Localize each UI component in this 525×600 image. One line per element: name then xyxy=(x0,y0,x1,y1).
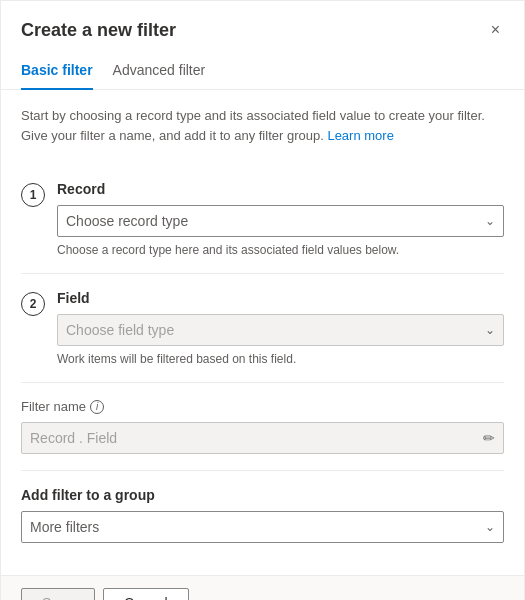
record-type-select[interactable]: Choose record type ⌄ xyxy=(57,205,504,237)
filter-name-section: Filter name i Record . Field ✏ xyxy=(21,383,504,471)
filter-group-select[interactable]: More filters ⌄ xyxy=(21,511,504,543)
add-filter-label: Add filter to a group xyxy=(21,487,504,503)
chevron-down-icon-group: ⌄ xyxy=(485,520,495,534)
tab-advanced[interactable]: Advanced filter xyxy=(113,52,206,90)
edit-icon[interactable]: ✏ xyxy=(483,430,495,446)
field-section: 2 Field Choose field type ⌄ Work items w… xyxy=(21,274,504,383)
learn-more-link[interactable]: Learn more xyxy=(327,128,393,143)
record-section: 1 Record Choose record type ⌄ Choose a r… xyxy=(21,165,504,274)
tabs-container: Basic filter Advanced filter xyxy=(1,51,524,90)
dialog-title: Create a new filter xyxy=(21,20,176,41)
dialog-header: Create a new filter × xyxy=(1,1,524,51)
create-filter-dialog: Create a new filter × Basic filter Advan… xyxy=(0,0,525,600)
filter-name-label: Filter name i xyxy=(21,399,504,414)
chevron-down-icon: ⌄ xyxy=(485,214,495,228)
record-type-placeholder: Choose record type xyxy=(66,213,188,229)
description-text: Start by choosing a record type and its … xyxy=(21,106,504,145)
field-label: Field xyxy=(57,290,504,306)
chevron-down-icon-field: ⌄ xyxy=(485,323,495,337)
record-section-content: Record Choose record type ⌄ Choose a rec… xyxy=(57,181,504,257)
tab-basic[interactable]: Basic filter xyxy=(21,52,93,90)
field-section-content: Field Choose field type ⌄ Work items wil… xyxy=(57,290,504,366)
record-hint: Choose a record type here and its associ… xyxy=(57,243,504,257)
filter-name-input[interactable]: Record . Field ✏ xyxy=(21,422,504,454)
add-filter-section: Add filter to a group More filters ⌄ xyxy=(21,471,504,559)
record-label: Record xyxy=(57,181,504,197)
filter-group-value: More filters xyxy=(30,519,99,535)
save-button[interactable]: Save xyxy=(21,588,95,600)
filter-name-value: Record . Field xyxy=(30,430,117,446)
cancel-button[interactable]: Cancel xyxy=(103,588,189,600)
step-1-number: 1 xyxy=(21,183,45,207)
dialog-footer: Save Cancel xyxy=(1,575,524,600)
step-2-number: 2 xyxy=(21,292,45,316)
dialog-body: Start by choosing a record type and its … xyxy=(1,90,524,575)
info-icon: i xyxy=(90,400,104,414)
field-type-select[interactable]: Choose field type ⌄ xyxy=(57,314,504,346)
field-hint: Work items will be filtered based on thi… xyxy=(57,352,504,366)
close-button[interactable]: × xyxy=(487,17,504,43)
field-type-placeholder: Choose field type xyxy=(66,322,174,338)
